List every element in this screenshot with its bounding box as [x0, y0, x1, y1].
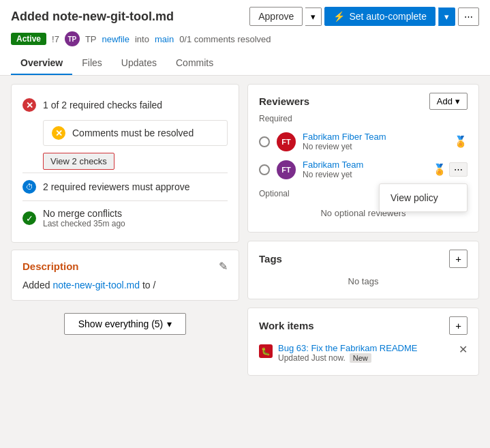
show-everything-label: Show everything (5) [78, 318, 164, 329]
avatar: FT [277, 160, 296, 179]
tab-files[interactable]: Files [72, 52, 112, 75]
work-item-title[interactable]: Bug 63: Fix the Fabrikam README [278, 343, 417, 353]
add-tag-button[interactable]: + [449, 250, 468, 268]
description-title: Description [22, 260, 79, 272]
required-label: Required [259, 114, 468, 123]
policy-icon-1[interactable]: 🏅 [454, 135, 468, 148]
work-item-updated: Updated Just now. [278, 353, 346, 363]
work-item-info: Bug 63: Fix the Fabrikam README Updated … [278, 343, 417, 363]
into-label: into [135, 34, 149, 44]
policy-icon-2[interactable]: 🏅 [433, 163, 446, 176]
list-item: FT Fabrikam Team No review yet 🏅 ⋯ View … [259, 155, 468, 183]
avatar: FT [277, 132, 296, 151]
description-content: Added note-new-git-tool.md to / [22, 280, 228, 290]
pr-meta: Active !7 TP TP newfile into main 0/1 co… [11, 31, 479, 46]
autocomplete-chevron-button[interactable]: ▾ [438, 8, 455, 26]
autocomplete-button[interactable]: ⚡ Set auto-complete [324, 7, 435, 26]
description-card: Description ✎ Added note-new-git-tool.md… [11, 250, 239, 301]
tab-commits[interactable]: Commits [166, 52, 223, 75]
pr-header: Added note-new-git-tool.md Approve ▾ ⚡ S… [0, 0, 490, 76]
comments-label: Comments must be resolved [72, 128, 194, 138]
add-work-item-button[interactable]: + [449, 316, 468, 335]
tab-updates[interactable]: Updates [112, 52, 166, 75]
list-item: FT Fabrikam Fiber Team No review yet 🏅 [259, 128, 468, 155]
error-icon: ✕ [22, 98, 36, 112]
work-items-section: Work items + 🐛 Bug 63: Fix the Fabrikam … [247, 308, 479, 376]
chevron-down-icon: ▾ [167, 318, 172, 329]
approve-chevron-button[interactable]: ▾ [305, 8, 322, 26]
reviewer-name-2[interactable]: Fabrikam Team [303, 160, 426, 170]
avatar: TP [65, 31, 80, 46]
left-panel: ✕ 1 of 2 required checks failed ✕ Commen… [11, 84, 239, 376]
comments-check-box: ✕ Comments must be resolved [43, 120, 228, 146]
add-chevron-icon: ▾ [455, 96, 460, 106]
reviewer-actions-1: 🏅 [454, 135, 468, 148]
checks-summary: 1 of 2 required checks failed [43, 100, 162, 110]
work-item-status-badge: New [350, 353, 371, 363]
bug-icon: 🐛 [259, 344, 273, 358]
pr-number: !7 [52, 34, 59, 44]
tab-bar: Overview Files Updates Commits [11, 52, 479, 75]
tags-section: Tags + No tags [247, 241, 479, 299]
no-conflicts-label: No merge conflicts [43, 208, 125, 219]
branch-from[interactable]: newfile [102, 34, 129, 44]
main-content: ✕ 1 of 2 required checks failed ✕ Commen… [0, 76, 490, 384]
reviewer-status-2: No review yet [303, 170, 426, 179]
context-menu: View policy [379, 183, 468, 212]
last-checked-label: Last checked 35m ago [43, 219, 125, 228]
autocomplete-icon: ⚡ [333, 11, 345, 22]
clock-icon: ⏱ [22, 180, 36, 194]
work-items-title: Work items [259, 320, 314, 331]
reviewer-radio-2 [259, 164, 270, 175]
add-reviewer-button[interactable]: Add ▾ [429, 93, 468, 110]
reviewer-name-1[interactable]: Fabrikam Fiber Team [303, 132, 447, 142]
reviewers-section: Reviewers Add ▾ Required FT Fabrikam Fib… [247, 84, 479, 233]
reviewers-title: Reviewers [259, 95, 309, 107]
checks-card: ✕ 1 of 2 required checks failed ✕ Commen… [11, 84, 239, 243]
warning-icon: ✕ [52, 126, 65, 140]
view-policy-menu-item[interactable]: View policy [380, 187, 467, 209]
file-link[interactable]: note-new-git-tool.md [52, 280, 140, 290]
header-actions: Approve ▾ ⚡ Set auto-complete ▾ ⋯ [249, 7, 479, 26]
reviewer-status-1: No review yet [303, 142, 447, 151]
edit-icon[interactable]: ✎ [219, 260, 228, 273]
reviewers-add-label: Add [437, 96, 453, 106]
tab-overview[interactable]: Overview [11, 52, 72, 75]
success-icon: ✓ [22, 211, 36, 225]
more-options-button[interactable]: ⋯ [458, 8, 479, 26]
approve-button[interactable]: Approve [249, 7, 303, 26]
list-item: 🐛 Bug 63: Fix the Fabrikam README Update… [259, 339, 468, 367]
work-item-left: 🐛 Bug 63: Fix the Fabrikam README Update… [259, 343, 417, 363]
work-item-meta: Updated Just now. New [278, 353, 417, 363]
branch-to[interactable]: main [155, 34, 174, 44]
comments-resolved: 0/1 comments resolved [179, 34, 271, 44]
status-badge: Active [11, 33, 46, 45]
show-everything-wrap: Show everything (5) ▾ [11, 308, 239, 340]
right-panel: Reviewers Add ▾ Required FT Fabrikam Fib… [247, 84, 479, 376]
reviewer-info-1: Fabrikam Fiber Team No review yet [303, 132, 447, 151]
reviewer-radio-1 [259, 136, 270, 147]
reviewer-actions-2: 🏅 ⋯ [433, 162, 468, 177]
more-options-button-2[interactable]: ⋯ [449, 162, 468, 177]
tags-title: Tags [259, 253, 282, 265]
reviewers-label: 2 required reviewers must approve [43, 181, 190, 192]
reviewer-info-2: Fabrikam Team No review yet [303, 160, 426, 179]
view-checks-button[interactable]: View 2 checks [43, 153, 114, 170]
pr-title: Added note-new-git-tool.md [11, 10, 174, 24]
author-label: TP [85, 34, 97, 44]
show-everything-button[interactable]: Show everything (5) ▾ [64, 313, 187, 335]
no-tags-label: No tags [259, 272, 468, 290]
close-work-item-button[interactable]: ✕ [459, 343, 468, 356]
